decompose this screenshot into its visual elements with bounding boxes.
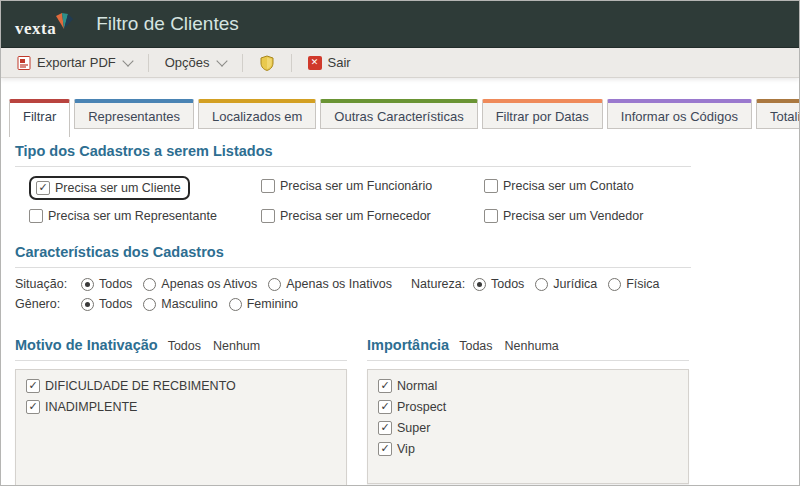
checkbox-label: Precisa ser um Fornecedor [280,209,431,223]
radio-icon [81,278,94,291]
radio-icon [143,278,156,291]
radio-icon [473,278,486,291]
exit-x-icon: ✕ [308,56,322,70]
radio-label: Jurídica [553,277,597,291]
section-title-caracteristicas: Características dos Cadastros [15,244,691,268]
radio-natureza-fisica[interactable]: Física [608,277,659,291]
genero-row: Gênero: Todos Masculino Feminino [15,297,411,311]
checkbox-dificuldade-de-recbimento[interactable]: DIFICULDADE DE RECBIMENTO [26,379,336,393]
importancia-links: Todas Nenhuma [459,339,559,353]
checkbox-label: Precisa ser um Contato [503,179,634,193]
app-header: vexta Filtro de Clientes [1,1,799,48]
importancia-header: Importância Todas Nenhuma [367,337,689,361]
radio-situacao-apenas-ativos[interactable]: Apenas os Ativos [143,277,257,291]
radio-label: Todos [99,277,132,291]
checkbox-icon [36,181,50,195]
motivo-column: Motivo de Inativação Todos Nenhum DIFICU… [15,337,347,486]
checkbox-normal[interactable]: Normal [378,379,678,393]
importancia-column: Importância Todas Nenhuma Normal Prospec… [367,337,689,486]
checkbox-precisa-ser-um-representante[interactable]: Precisa ser um Representante [29,209,217,223]
checkbox-label: INADIMPLENTE [45,400,137,414]
options-label: Opções [165,55,210,70]
vexta-logo-text: vexta [15,20,56,37]
radio-genero-todos[interactable]: Todos [81,297,132,311]
checkbox-inadimplente[interactable]: INADIMPLENTE [26,400,336,414]
radio-natureza-juridica[interactable]: Jurídica [535,277,597,291]
genero-label: Gênero: [15,297,81,311]
checkbox-icon [378,421,392,435]
checkbox-super[interactable]: Super [378,421,678,435]
export-pdf-label: Exportar PDF [37,55,116,70]
radio-genero-feminino[interactable]: Feminino [229,297,298,311]
checkbox-icon [29,209,43,223]
radio-label: Apenas os Inativos [286,277,392,291]
checkbox-label: Precisa ser um Vendedor [503,209,643,223]
radio-icon [229,298,242,311]
checkbox-icon [378,442,392,456]
checkbox-prospect[interactable]: Prospect [378,400,678,414]
tab-filtrar-por-datas[interactable]: Filtrar por Datas [482,99,603,129]
checkbox-vip[interactable]: Vip [378,442,678,456]
tab-panel-filtrar: Tipo dos Cadastros a serem Listados Prec… [1,137,799,486]
checkbox-precisa-ser-um-fornecedor[interactable]: Precisa ser um Fornecedor [261,209,431,223]
toolbar-divider [291,54,292,72]
motivo-select-all-link[interactable]: Todos [168,339,201,353]
page-title: Filtro de Clientes [96,13,239,35]
checkbox-icon [261,209,275,223]
situacao-row: Situação: Todos Apenas os Ativos Apen [15,277,411,291]
exit-button[interactable]: ✕ Sair [302,52,357,73]
radio-situacao-todos[interactable]: Todos [81,277,132,291]
checkbox-icon [378,379,392,393]
radio-natureza-todos[interactable]: Todos [473,277,524,291]
app-window: vexta Filtro de Clientes Exportar PDF Op… [0,0,800,486]
tab-totalizadores[interactable]: Totalizadores [756,99,800,129]
checkbox-precisa-ser-um-vendedor[interactable]: Precisa ser um Vendedor [484,209,643,223]
checkbox-label: Vip [397,442,415,456]
situacao-label: Situação: [15,277,81,291]
checkbox-label: Precisa ser um Funcionário [280,179,432,193]
lists-row: Motivo de Inativação Todos Nenhum DIFICU… [15,337,785,486]
tab-strip: Filtrar Representantes Localizados em Ou… [1,78,799,137]
checkbox-precisa-ser-um-contato[interactable]: Precisa ser um Contato [484,179,634,193]
vexta-logo: vexta [15,11,74,37]
checkbox-icon [26,400,40,414]
caracteristicas-right-column: Natureza: Todos Jurídica Física [411,277,659,317]
checkbox-label: Prospect [397,400,446,414]
radio-icon [608,278,621,291]
checkbox-icon [26,379,40,393]
checkbox-label: Precisa ser um Representante [48,209,217,223]
radio-icon [535,278,548,291]
radio-genero-masculino[interactable]: Masculino [143,297,217,311]
checkbox-icon [484,209,498,223]
radio-label: Física [626,277,659,291]
export-pdf-button[interactable]: Exportar PDF [11,52,138,73]
checkbox-precisa-ser-um-funcionario[interactable]: Precisa ser um Funcionário [261,179,432,193]
checkbox-icon [378,400,392,414]
options-button[interactable]: Opções [159,52,232,73]
radio-label: Masculino [161,297,217,311]
motivo-select-none-link[interactable]: Nenhum [213,339,260,353]
motivo-links: Todos Nenhum [168,339,261,353]
tab-representantes[interactable]: Representantes [74,99,194,129]
tab-localizados-em[interactable]: Localizados em [198,99,316,129]
motivo-header: Motivo de Inativação Todos Nenhum [15,337,347,361]
checkbox-icon [261,179,275,193]
checkbox-label: Normal [397,379,437,393]
importancia-select-none-link[interactable]: Nenhuma [505,339,559,353]
tab-filtrar[interactable]: Filtrar [9,99,70,137]
radio-label: Apenas os Ativos [161,277,257,291]
tab-outras-caracteristicas[interactable]: Outras Características [320,99,477,129]
shield-button[interactable] [253,52,281,74]
genero-options: Todos Masculino Feminino [81,297,298,311]
chevron-down-icon [122,55,133,66]
radio-situacao-apenas-inativos[interactable]: Apenas os Inativos [268,277,392,291]
tab-informar-os-codigos[interactable]: Informar os Códigos [607,99,752,129]
tipo-cadastros-grid: Precisa ser um Cliente Precisa ser um Fu… [29,179,785,226]
natureza-label: Natureza: [411,277,473,291]
motivo-listbox: DIFICULDADE DE RECBIMENTO INADIMPLENTE [15,369,347,486]
chevron-down-icon [216,55,227,66]
situacao-options: Todos Apenas os Ativos Apenas os Inativo… [81,277,392,291]
tab-bar: Filtrar Representantes Localizados em Ou… [9,99,799,137]
checkbox-precisa-ser-um-cliente[interactable]: Precisa ser um Cliente [29,176,190,200]
importancia-select-all-link[interactable]: Todas [459,339,492,353]
